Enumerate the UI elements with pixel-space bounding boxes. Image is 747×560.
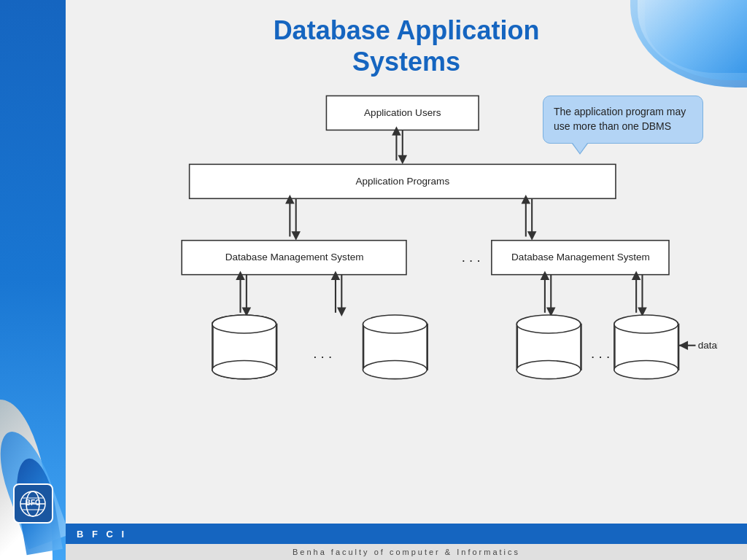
logo-circle: BFC [13,483,53,524]
main-content: Database Application Systems The applica… [66,0,747,560]
bottom-area: B F C I Benha faculty of computer & Info… [66,524,747,560]
dots-right: . . . [591,346,610,362]
dots-left: . . . [313,346,332,362]
svg-marker-15 [527,232,537,241]
institute-bar: Benha faculty of computer & Informatics [66,544,747,560]
svg-point-40 [212,361,276,379]
svg-marker-7 [398,155,408,165]
svg-point-46 [363,361,427,379]
svg-point-58 [614,361,678,379]
left-sidebar: BFC [0,0,66,560]
title-line2: Systems [352,47,460,77]
logo-area: BFC [13,483,53,524]
svg-text:BFC: BFC [26,499,41,507]
app-users-label: Application Users [364,107,441,118]
left-dbms-label: Database Management System [225,252,364,263]
svg-marker-11 [291,232,301,241]
app-programs-label: Application Programs [355,176,449,187]
callout-box: The application program may use more tha… [543,96,703,143]
callout-text: The application program may use more tha… [554,106,686,132]
svg-point-47 [363,315,427,333]
svg-marker-61 [679,341,689,351]
svg-point-59 [614,315,678,333]
slide-title: Database Application Systems [95,15,718,77]
institute-text: Benha faculty of computer & Informatics [293,548,520,556]
right-dbms-label: Database Management System [511,252,650,263]
globe-icon: BFC [18,489,47,518]
dots-middle: . . . [462,249,481,265]
svg-point-53 [516,315,581,333]
bfci-text: B F C I [77,529,127,540]
diagram-area: The application program may use more tha… [95,88,718,516]
bfci-bar: B F C I [66,524,747,544]
title-line1: Database Application [274,15,540,45]
svg-marker-23 [337,308,347,317]
svg-point-41 [212,315,276,333]
svg-point-52 [516,361,581,379]
database-label: database [698,340,718,351]
